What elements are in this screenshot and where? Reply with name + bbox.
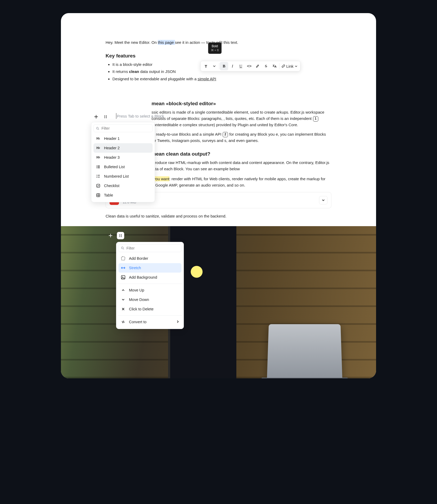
- picker-item-h3[interactable]: H3Header 3: [93, 153, 153, 162]
- item-label: Header 1: [104, 136, 120, 141]
- picker-item-h1[interactable]: H1Header 1: [93, 134, 153, 143]
- block-actions: [92, 113, 109, 120]
- link-button[interactable]: Link: [280, 62, 299, 70]
- image-block-actions: [107, 232, 124, 239]
- add-block-button[interactable]: [107, 232, 114, 239]
- translate-button[interactable]: [270, 62, 279, 70]
- item-label: Header 3: [104, 155, 120, 160]
- stretch-icon: [121, 265, 126, 270]
- editor-canvas: Bold ⌘ + B T B I U <> S Link: [61, 13, 376, 378]
- svg-point-4: [105, 118, 105, 118]
- item-label: Move Up: [129, 288, 144, 292]
- svg-point-9: [97, 167, 97, 167]
- h2-icon: H2: [96, 145, 101, 151]
- chevron-down-icon[interactable]: [210, 62, 218, 70]
- search-icon: [96, 126, 99, 130]
- bold-text: clean: [129, 69, 139, 74]
- text: It is a block-style editor: [112, 62, 153, 67]
- text: of ready-to-use Blocks and a simple API: [152, 132, 222, 136]
- filter-field[interactable]: [93, 124, 153, 132]
- text: see it in action — try to edit this text…: [175, 40, 238, 45]
- filter-input[interactable]: [127, 246, 179, 250]
- strikethrough-button[interactable]: S: [262, 62, 270, 70]
- svg-point-23: [119, 236, 120, 237]
- svg-point-0: [105, 115, 105, 116]
- item-label: Header 2: [104, 146, 120, 150]
- convert-icon: [121, 319, 126, 325]
- image-block[interactable]: Add Border Stretch Add Background Move U…: [61, 226, 376, 378]
- filter-field[interactable]: [118, 244, 181, 252]
- item-label: Move Down: [129, 298, 149, 302]
- filter-input[interactable]: [101, 126, 150, 130]
- item-label: Table: [104, 193, 113, 197]
- svg-text:1: 1: [96, 174, 97, 176]
- bold-button[interactable]: B: [220, 62, 228, 70]
- svg-rect-12: [98, 168, 100, 168]
- table-icon: [96, 193, 101, 198]
- add-block-button[interactable]: [92, 113, 100, 120]
- bold-tooltip: Bold ⌘ + B: [208, 43, 222, 54]
- paragraph-last[interactable]: Clean data is useful to sanitize, valida…: [106, 213, 331, 219]
- tune-block-button[interactable]: [102, 113, 109, 120]
- italic-button[interactable]: I: [228, 62, 237, 70]
- item-label: Bulleted List: [104, 165, 125, 169]
- marker-button[interactable]: [253, 62, 262, 70]
- list-item[interactable]: Designed to be extendable and pluggable …: [112, 76, 331, 82]
- settings-item-move-down[interactable]: Move Down: [118, 295, 181, 304]
- settings-item-background[interactable]: Add Background: [118, 273, 181, 282]
- svg-point-1: [106, 115, 107, 116]
- chevron-down-icon: [121, 297, 126, 302]
- link-icon: [282, 64, 285, 68]
- picker-item-checklist[interactable]: Checklist: [93, 181, 153, 190]
- code-button[interactable]: <>: [245, 62, 253, 70]
- svg-point-24: [121, 236, 122, 237]
- settings-item-stretch[interactable]: Stretch: [118, 263, 181, 273]
- block-settings-popover: Add Border Stretch Add Background Move U…: [116, 242, 184, 329]
- picker-item-table[interactable]: Table: [93, 190, 153, 200]
- picker-item-ol[interactable]: 12 Numbered List: [93, 172, 153, 181]
- footnote-badge: 2: [223, 132, 228, 137]
- svg-rect-10: [98, 167, 100, 167]
- svg-point-7: [97, 166, 97, 166]
- chevron-up-icon: [121, 288, 126, 293]
- heading-block-styled[interactable]: mean «block-styled editor»: [106, 101, 331, 107]
- svg-rect-16: [98, 177, 100, 177]
- photo-laptop: [267, 324, 342, 378]
- settings-item-delete[interactable]: Click to Delete: [118, 304, 181, 314]
- bulleted-list-icon: [96, 164, 101, 169]
- underline-button[interactable]: U: [237, 62, 245, 70]
- tooltip-shortcut: ⌘ + B: [211, 48, 219, 52]
- item-label: Click to Delete: [129, 307, 153, 311]
- chevron-down-icon: [295, 65, 298, 68]
- tooltip-title: Bold: [211, 44, 219, 48]
- footnote-badge: 1: [313, 116, 318, 121]
- close-icon: [121, 306, 126, 312]
- svg-point-28: [122, 276, 123, 277]
- picker-item-h2[interactable]: H2Header 2: [93, 143, 153, 153]
- simple-api-link[interactable]: simple API: [197, 77, 216, 81]
- svg-point-21: [119, 235, 120, 236]
- numbered-list-icon: 12: [96, 174, 101, 179]
- text-type-button[interactable]: T: [202, 62, 210, 70]
- tune-block-button[interactable]: [117, 232, 124, 239]
- svg-point-6: [96, 127, 98, 129]
- item-label: Numbered List: [104, 174, 129, 178]
- settings-item-border[interactable]: Add Border: [118, 254, 181, 263]
- separator: [118, 315, 182, 316]
- selected-text: this page: [158, 40, 175, 45]
- chevron-down-icon: [322, 199, 325, 202]
- text: Designed to be extendable and pluggable …: [112, 77, 197, 81]
- svg-point-20: [121, 234, 122, 235]
- svg-text:2: 2: [96, 176, 97, 178]
- settings-item-move-up[interactable]: Move Up: [118, 285, 181, 295]
- heading-key-features[interactable]: Key features: [106, 53, 331, 59]
- h3-icon: H3: [96, 155, 101, 160]
- picker-item-ul[interactable]: Bulleted List: [93, 162, 153, 172]
- link-label: Link: [286, 64, 294, 68]
- file-options-button[interactable]: [319, 196, 327, 204]
- svg-point-3: [106, 116, 107, 117]
- search-icon: [121, 246, 124, 250]
- new-block-input[interactable]: Press Tab to select a Block: [116, 113, 164, 119]
- settings-item-convert[interactable]: Convert to: [118, 317, 181, 327]
- document-area: Bold ⌘ + B T B I U <> S Link: [61, 13, 376, 226]
